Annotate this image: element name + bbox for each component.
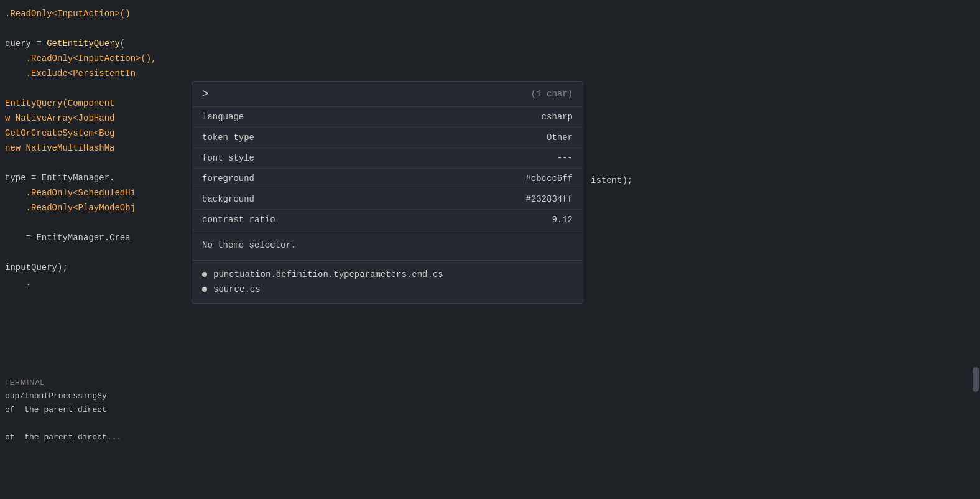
popup-label-background: background [202,194,254,204]
terminal-line-4: of the parent direct... [5,431,188,444]
code-line-7: EntityQuery(Component [0,96,193,111]
scrollbar-thumb[interactable] [973,367,979,392]
code-line-19: . [0,275,193,290]
popup-no-selector: No theme selector. [192,230,583,261]
popup-header: > (1 char) [192,82,583,107]
popup-row-font-style: font style --- [192,148,583,169]
popup-properties: language csharp token type Other font st… [192,107,583,230]
popup-row-background: background #232834ff [192,189,583,210]
right-code-text: istent); [591,175,632,185]
code-line-8: w NativeArray<JobHand [0,111,193,126]
code-line-1: .ReadOnly<InputAction>() [0,6,193,21]
right-code-snippet: istent); [591,175,632,185]
code-line-9: GetOrCreateSystem<Beg [0,126,193,141]
code-line-blank-2 [0,81,193,96]
code-line-12: type = EntityManager. [0,170,193,185]
terminal-line-2: of the parent direct [5,403,188,417]
popup-label-foreground: foreground [202,174,254,184]
popup-row-foreground: foreground #cbccc6ff [192,169,583,189]
popup-row-language: language csharp [192,107,583,128]
popup-label-token-type: token type [202,133,254,142]
code-line-4: .ReadOnly<InputAction>(), [0,51,193,66]
code-line-5: .Exclude<PersistentIn [0,66,193,81]
popup-value-background: #232834ff [525,194,573,204]
code-line-blank-5 [0,245,193,260]
popup-scope-text-2: source.cs [213,284,261,294]
code-line-3: query = GetEntityQuery( [0,36,193,51]
code-line-16: = EntityManager.Crea [0,230,193,245]
hover-popup: > (1 char) language csharp token type Ot… [192,81,583,304]
code-line-blank-4 [0,215,193,230]
popup-value-language: csharp [542,112,573,122]
code-line-blank-3 [0,156,193,170]
popup-value-font-style: --- [557,153,573,163]
popup-scope-item-1: punctuation.definition.typeparameters.en… [202,267,573,282]
popup-label-language: language [202,112,244,122]
code-line-blank-1 [0,21,193,36]
code-line-18: inputQuery); [0,260,193,275]
popup-label-font-style: font style [202,153,254,163]
popup-row-token-type: token type Other [192,128,583,148]
popup-scope-text-1: punctuation.definition.typeparameters.en… [213,269,443,279]
terminal-line-1: oup/InputProcessingSy [5,389,188,403]
popup-no-selector-text: No theme selector. [202,240,296,250]
popup-value-token-type: Other [547,133,573,142]
popup-symbol: > [202,88,209,100]
code-line-14: .ReadOnly<PlayModeObj [0,200,193,215]
popup-label-contrast-ratio: contrast ratio [202,215,275,225]
code-text: .ReadOnly<InputAction>() [5,9,131,19]
scope-bullet-2 [202,287,207,292]
popup-char-count: (1 char) [531,89,573,99]
popup-scope-item-2: source.cs [202,282,573,297]
scope-bullet-1 [202,272,207,277]
popup-row-contrast-ratio: contrast ratio 9.12 [192,210,583,230]
popup-scopes: punctuation.definition.typeparameters.en… [192,261,583,303]
scrollbar-track [971,0,980,499]
terminal-line-blank [5,417,188,431]
code-line-13: .ReadOnly<ScheduledHi [0,185,193,200]
code-line-10: new NativeMultiHashMa [0,141,193,156]
popup-value-foreground: #cbccc6ff [525,174,573,184]
popup-value-contrast-ratio: 9.12 [552,215,573,225]
terminal-label: TERMINAL [5,378,188,386]
terminal-panel: TERMINAL oup/InputProcessingSy of the pa… [0,373,193,449]
